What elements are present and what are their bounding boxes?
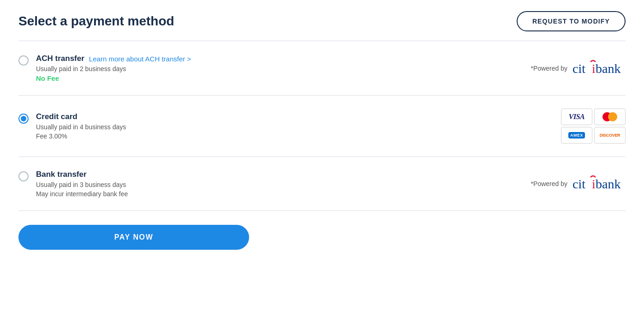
mc-orange-circle [608,112,617,121]
pay-now-button[interactable]: PAY NOW [18,225,249,250]
credit-days: Usually paid in 4 business days [36,123,126,131]
svg-text:cit: cit [572,61,585,76]
ach-name: ACH transfer [36,54,84,63]
bank-citibank-logo: cit i bank [570,175,626,193]
credit-radio[interactable] [18,114,29,124]
svg-text:i: i [592,61,596,76]
ach-transfer-option: ACH transfer Learn more about ACH transf… [18,41,626,96]
amex-text: AMEX [568,132,585,138]
svg-text:bank: bank [596,177,620,191]
credit-card-option: Credit card Usually paid in 4 business d… [18,96,626,157]
bank-powered-by-text: *Powered by [531,180,567,187]
svg-text:bank: bank [596,61,620,76]
bank-days: Usually paid in 3 business days [36,181,128,188]
ach-days: Usually paid in 2 business days [36,65,191,72]
svg-text:i: i [592,177,596,191]
visa-text: VISA [569,113,584,121]
bank-radio[interactable] [18,171,29,181]
ach-citibank-powered: *Powered by cit i bank [531,59,626,78]
ach-citibank-logo: cit i bank [570,59,626,78]
credit-radio-outer [18,114,29,124]
ach-radio[interactable] [18,55,29,66]
ach-fee: No Fee [36,74,191,82]
bank-citibank-powered: *Powered by cit i bank [531,175,626,193]
ach-learn-more-link[interactable]: Learn more about ACH transfer > [89,55,191,63]
svg-text:cit: cit [572,177,585,191]
bank-logo-area: *Powered by cit i bank [531,175,626,193]
credit-info: Credit card Usually paid in 4 business d… [36,112,126,140]
credit-name: Credit card [36,112,78,121]
credit-fee: Fee 3.00% [36,132,126,140]
bank-fee: May incur intermediary bank fee [36,190,128,198]
bank-info: Bank transfer Usually paid in 3 business… [36,170,128,198]
bank-transfer-option: Bank transfer Usually paid in 3 business… [18,157,626,211]
credit-logos-area: VISA AMEX DISCOVER [561,108,626,144]
discover-text: DISCOVER [600,133,620,138]
bank-radio-outer [18,171,29,181]
page-title: Select a payment method [18,14,174,29]
card-logo-grid: VISA AMEX DISCOVER [561,108,626,144]
request-modify-button[interactable]: REQUEST TO MODIFY [517,11,626,31]
ach-info: ACH transfer Learn more about ACH transf… [36,54,191,82]
bank-name: Bank transfer [36,170,87,179]
amex-logo: AMEX [561,127,592,144]
mastercard-logo [594,108,626,125]
pay-now-section: PAY NOW [18,225,626,250]
discover-logo: DISCOVER [594,127,626,144]
visa-logo: VISA [561,108,592,125]
mastercard-circles [602,112,617,121]
ach-logo-area: *Powered by cit i bank [531,59,626,78]
credit-radio-inner [21,116,26,121]
ach-powered-by-text: *Powered by [531,65,567,72]
